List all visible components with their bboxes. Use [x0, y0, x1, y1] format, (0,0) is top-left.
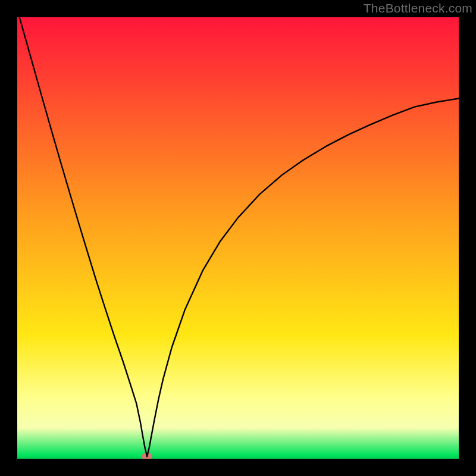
watermark-text: TheBottleneck.com — [364, 1, 472, 15]
plot-area — [17, 17, 459, 459]
bottleneck-chart — [17, 17, 459, 459]
chart-frame: TheBottleneck.com — [0, 0, 476, 476]
